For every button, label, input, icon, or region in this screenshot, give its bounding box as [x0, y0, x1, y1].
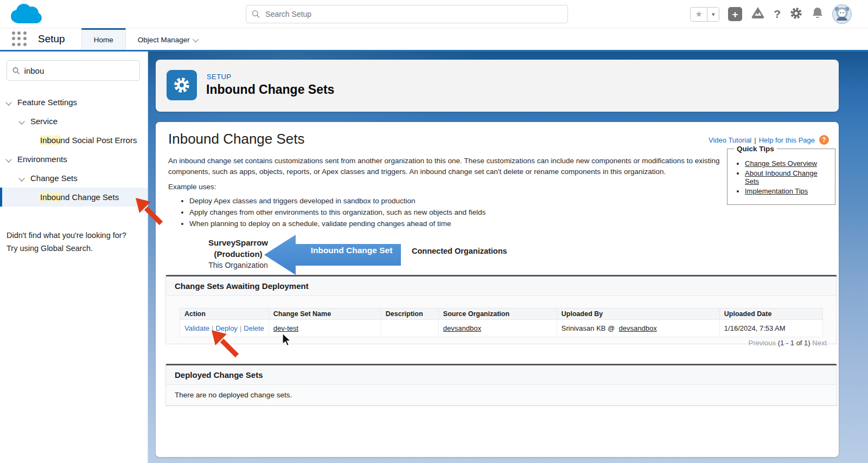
tree-label: Inbound Social Post Errors — [40, 136, 137, 145]
awaiting-section-body: Action Change Set Name Description Sourc… — [166, 296, 837, 344]
col-change-set-name: Change Set Name — [269, 308, 381, 320]
awaiting-section-title: Change Sets Awaiting Deployment — [166, 276, 837, 296]
app-launcher-icon[interactable] — [12, 31, 27, 47]
table-row: Validate|Deploy|Delete dev-test devsandb… — [180, 320, 823, 337]
chevron-down-icon[interactable] — [18, 175, 24, 181]
source-organization-link[interactable]: devsandbox — [443, 324, 481, 332]
salesforce-logo-icon[interactable] — [8, 2, 43, 29]
source-organization-cell: devsandbox — [438, 320, 557, 337]
sidebar-item-feature-settings[interactable]: Feature Settings — [0, 93, 148, 112]
setup-sidebar: Feature Settings Service Inbound Social … — [0, 52, 148, 463]
search-icon — [12, 67, 20, 75]
app-name-label: Setup — [38, 33, 65, 45]
help-icon[interactable]: ? — [774, 8, 781, 21]
list-item: Implementation Tips — [745, 187, 829, 195]
uploaded-by-cell: Srinivasan KB @ devsandbox — [557, 320, 719, 337]
guidance-center-icon[interactable] — [751, 6, 765, 22]
col-source-organization: Source Organization — [438, 308, 557, 320]
deploy-link[interactable]: Deploy — [215, 324, 237, 332]
tree-label: Inbound Change Sets — [40, 192, 119, 202]
example-uses-list: Deploy Apex classes and triggers develop… — [189, 196, 486, 230]
deployed-change-sets-section: Deployed Change Sets There are no deploy… — [165, 364, 837, 406]
inbound-diagram: SurveySparrow (Production) This Organiza… — [156, 229, 839, 281]
sidebar-not-found-note: Didn't find what you're looking for? Try… — [7, 229, 140, 255]
intro-paragraph: An inbound change set contains customiza… — [168, 156, 720, 178]
quick-tips-box: Quick Tips Change Sets Overview About In… — [727, 145, 835, 205]
quick-tips-title: Quick Tips — [734, 145, 777, 153]
col-uploaded-by: Uploaded By — [557, 308, 719, 320]
sidebar-search[interactable] — [7, 60, 140, 81]
global-search-input[interactable] — [265, 10, 562, 18]
deployed-empty-message: There are no deployed change sets. — [166, 385, 837, 406]
setup-gear-icon[interactable] — [789, 7, 803, 22]
star-icon[interactable]: ★ — [691, 8, 707, 21]
setup-gear-tile-icon — [167, 70, 197, 100]
setup-eyebrow: SETUP — [207, 73, 231, 81]
change-sets-table: Action Change Set Name Description Sourc… — [180, 308, 823, 337]
tab-object-manager[interactable]: Object Manager — [126, 28, 210, 50]
pagination: Previous (1 - 1 of 1) Next — [748, 339, 827, 347]
list-item: When planning to deploy on a schedule, v… — [189, 218, 486, 229]
main-card: Inbound Change Sets Video Tutorial | Hel… — [156, 122, 839, 457]
col-action: Action — [180, 308, 269, 320]
favorites-caret-icon[interactable]: ▾ — [707, 8, 719, 21]
nav-tabs: Home Object Manager — [81, 28, 210, 50]
example-uses-label: Example uses: — [168, 183, 216, 191]
sidebar-item-inbound-change-sets[interactable]: Inbound Change Sets — [0, 188, 148, 207]
favorites-control[interactable]: ★ ▾ — [690, 7, 719, 22]
help-question-badge-icon[interactable]: ? — [819, 135, 829, 145]
tab-home-label: Home — [94, 36, 113, 44]
sidebar-item-change-sets[interactable]: Change Sets — [0, 169, 148, 188]
link-separator: | — [754, 136, 756, 144]
sidebar-item-environments[interactable]: Environments — [0, 150, 148, 169]
content-area: SETUP Inbound Change Sets Inbound Change… — [148, 52, 868, 463]
action-cell: Validate|Deploy|Delete — [180, 320, 269, 337]
salesforce-setup-app: ★ ▾ + ? — [0, 0, 868, 463]
chevron-down-icon — [193, 36, 199, 42]
col-uploaded-date: Uploaded Date — [719, 308, 822, 320]
col-description: Description — [381, 308, 438, 320]
sidebar-search-input[interactable] — [24, 66, 134, 75]
uploaded-by-org-link[interactable]: devsandbox — [619, 324, 657, 332]
header-icons: ★ ▾ + ? — [690, 0, 852, 28]
pagination-range: (1 - 1 of 1) — [778, 339, 810, 347]
uploaded-date-cell: 1/16/2024, 7:53 AM — [719, 320, 822, 337]
next-link[interactable]: Next — [812, 339, 827, 347]
bell-icon[interactable] — [812, 7, 824, 22]
table-header-row: Action Change Set Name Description Sourc… — [180, 308, 823, 320]
help-for-this-page-link[interactable]: Help for this Page — [759, 136, 815, 144]
tree-label: Environments — [17, 155, 67, 164]
video-tutorial-link[interactable]: Video Tutorial — [709, 136, 751, 144]
tab-home[interactable]: Home — [81, 28, 126, 50]
about-inbound-change-sets-link[interactable]: About Inbound Change Sets — [745, 169, 818, 185]
tab-object-manager-label: Object Manager — [138, 36, 190, 44]
tree-label: Feature Settings — [17, 98, 77, 107]
deployed-section-title: Deployed Change Sets — [166, 365, 837, 385]
chevron-down-icon[interactable] — [5, 99, 11, 105]
inbound-change-set-label: Inbound Change Set — [302, 246, 401, 255]
global-header: ★ ▾ + ? — [0, 0, 868, 28]
page-header-card: SETUP Inbound Change Sets — [156, 60, 839, 112]
tree-label: Change Sets — [30, 173, 78, 183]
list-item: Deploy Apex classes and triggers develop… — [189, 196, 486, 206]
validate-link[interactable]: Validate — [184, 324, 209, 332]
sidebar-item-service[interactable]: Service — [0, 112, 148, 131]
change-set-name-link[interactable]: dev-test — [273, 324, 298, 332]
previous-link[interactable]: Previous — [748, 339, 776, 347]
setup-nav-bar: Setup Home Object Manager — [0, 28, 868, 52]
global-search[interactable] — [246, 5, 568, 23]
description-cell — [381, 320, 438, 337]
page-title: Inbound Change Sets — [206, 82, 334, 97]
section-title: Inbound Change Sets — [168, 131, 305, 147]
user-avatar[interactable] — [832, 4, 852, 24]
chevron-down-icon[interactable] — [18, 118, 24, 124]
sidebar-item-inbound-social-post-errors[interactable]: Inbound Social Post Errors — [0, 131, 148, 150]
chevron-down-icon[interactable] — [5, 156, 11, 162]
change-sets-overview-link[interactable]: Change Sets Overview — [745, 159, 817, 168]
quick-create-icon[interactable]: + — [728, 7, 742, 21]
search-icon — [252, 10, 260, 18]
delete-link[interactable]: Delete — [244, 324, 264, 332]
implementation-tips-link[interactable]: Implementation Tips — [745, 187, 808, 195]
awaiting-deployment-section: Change Sets Awaiting Deployment Action C… — [165, 275, 837, 344]
help-links: Video Tutorial | Help for this Page ? — [709, 135, 829, 145]
